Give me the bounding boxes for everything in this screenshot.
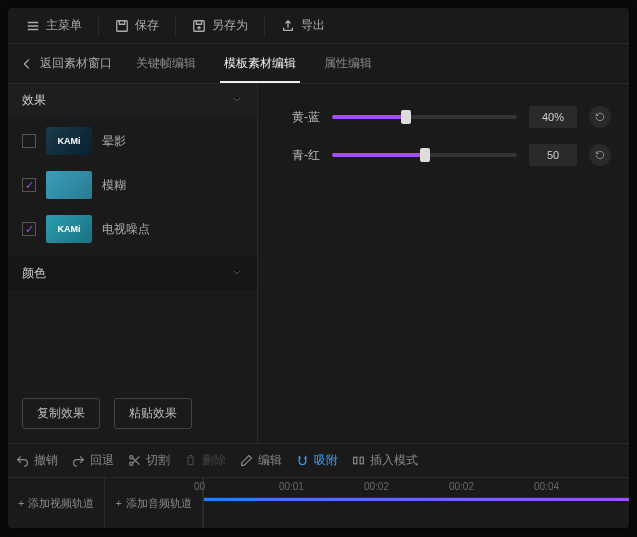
effect-label: 电视噪点 xyxy=(102,221,150,238)
copy-effect-button[interactable]: 复制效果 xyxy=(22,398,100,429)
back-button[interactable]: 返回素材窗口 xyxy=(20,55,112,72)
add-audio-track-button[interactable]: + 添加音频轨道 xyxy=(105,478,202,528)
effect-item-blur[interactable]: 模糊 xyxy=(16,167,249,203)
edit-button[interactable]: 编辑 xyxy=(240,452,282,469)
plus-icon: + xyxy=(115,497,121,509)
undo-button[interactable]: 撤销 xyxy=(16,452,58,469)
slider-yellow-blue[interactable] xyxy=(332,115,517,119)
back-label: 返回素材窗口 xyxy=(40,55,112,72)
redo-icon xyxy=(72,454,85,467)
checkbox[interactable] xyxy=(22,134,36,148)
divider xyxy=(175,16,176,36)
svg-point-2 xyxy=(130,456,133,459)
color-title: 颜色 xyxy=(22,265,46,282)
timeline-strip xyxy=(204,498,629,501)
prop-label-cyan-red: 青-红 xyxy=(276,147,320,164)
pencil-icon xyxy=(240,454,253,467)
checkbox[interactable] xyxy=(22,178,36,192)
save-label: 保存 xyxy=(135,17,159,34)
timeline-ruler[interactable]: 00 00:01 00:02 00:02 00:04 xyxy=(204,478,629,528)
chevron-left-icon xyxy=(20,57,34,71)
scissors-icon xyxy=(128,454,141,467)
save-icon xyxy=(115,19,129,33)
effect-thumb xyxy=(46,171,92,199)
plus-icon: + xyxy=(18,497,24,509)
export-label: 导出 xyxy=(301,17,325,34)
export-icon xyxy=(281,19,295,33)
color-section-header[interactable]: 颜色 xyxy=(8,257,257,290)
checkbox[interactable] xyxy=(22,222,36,236)
effect-thumb: KAMi xyxy=(46,215,92,243)
effect-thumb: KAMi xyxy=(46,127,92,155)
value-yellow-blue[interactable]: 40% xyxy=(529,106,577,128)
hamburger-icon xyxy=(26,19,40,33)
svg-rect-5 xyxy=(360,457,363,464)
undo-icon xyxy=(16,454,29,467)
svg-rect-0 xyxy=(117,20,128,31)
divider xyxy=(264,16,265,36)
effects-title: 效果 xyxy=(22,92,46,109)
slider-fill xyxy=(332,153,425,157)
svg-point-3 xyxy=(130,462,133,465)
tab-keyframe[interactable]: 关键帧编辑 xyxy=(132,45,200,82)
add-video-track-button[interactable]: + 添加视频轨道 xyxy=(8,478,105,528)
prop-label-yellow-blue: 黄-蓝 xyxy=(276,109,320,126)
reset-button[interactable] xyxy=(589,144,611,166)
slider-handle[interactable] xyxy=(401,110,411,124)
delete-button: 删除 xyxy=(184,452,226,469)
save-as-button[interactable]: 另存为 xyxy=(182,11,258,40)
reset-button[interactable] xyxy=(589,106,611,128)
slider-fill xyxy=(332,115,406,119)
divider xyxy=(98,16,99,36)
save-as-label: 另存为 xyxy=(212,17,248,34)
tab-property[interactable]: 属性编辑 xyxy=(320,45,376,82)
tab-template[interactable]: 模板素材编辑 xyxy=(220,45,300,82)
redo-button[interactable]: 回退 xyxy=(72,452,114,469)
paste-effect-button[interactable]: 粘贴效果 xyxy=(114,398,192,429)
export-button[interactable]: 导出 xyxy=(271,11,335,40)
effect-label: 晕影 xyxy=(102,133,126,150)
trash-icon xyxy=(184,454,197,467)
main-menu-button[interactable]: 主菜单 xyxy=(16,11,92,40)
effects-section-header[interactable]: 效果 xyxy=(8,84,257,117)
magnet-icon xyxy=(296,454,309,467)
insert-mode-button[interactable]: 插入模式 xyxy=(352,452,418,469)
effect-item-tvnoise[interactable]: KAMi 电视噪点 xyxy=(16,211,249,247)
effect-label: 模糊 xyxy=(102,177,126,194)
save-as-icon xyxy=(192,19,206,33)
snap-button[interactable]: 吸附 xyxy=(296,452,338,469)
chevron-down-icon xyxy=(231,93,243,108)
cut-button[interactable]: 切割 xyxy=(128,452,170,469)
slider-cyan-red[interactable] xyxy=(332,153,517,157)
save-button[interactable]: 保存 xyxy=(105,11,169,40)
chevron-down-icon xyxy=(231,266,243,281)
main-menu-label: 主菜单 xyxy=(46,17,82,34)
svg-rect-4 xyxy=(354,457,357,464)
slider-handle[interactable] xyxy=(420,148,430,162)
value-cyan-red[interactable]: 50 xyxy=(529,144,577,166)
insert-icon xyxy=(352,454,365,467)
effect-item-vignette[interactable]: KAMi 晕影 xyxy=(16,123,249,159)
